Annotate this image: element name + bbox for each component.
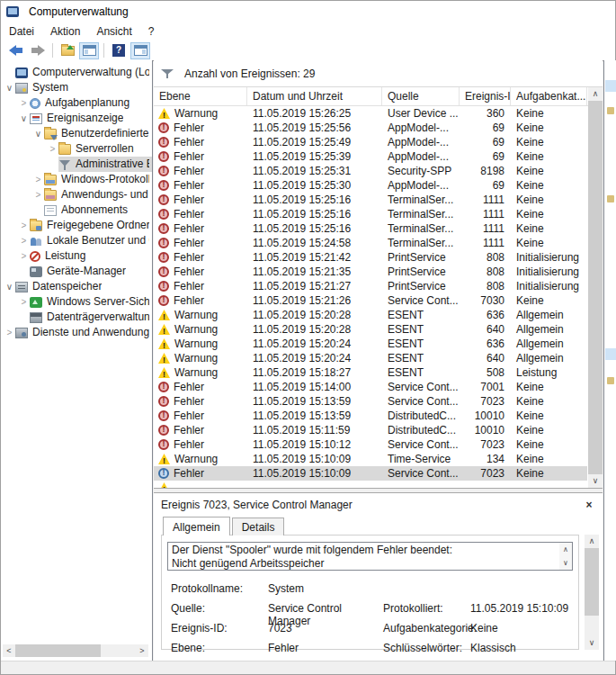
event-row[interactable]: Warnung 11.05.2019 15:10:09 Time-Service…: [154, 452, 587, 466]
event-row[interactable]: Fehler 11.05.2019 15:14:00 Service Cont.…: [154, 380, 587, 394]
scroll-down-icon[interactable]: ∨: [588, 474, 603, 488]
tree-item[interactable]: Computerverwaltung (Lokal): [1, 65, 152, 80]
event-row[interactable]: Fehler 11.05.2019 15:25:56 AppModel-... …: [154, 121, 587, 135]
event-row[interactable]: Warnung 11.05.2019 15:20:24 ESENT 636 Al…: [154, 337, 587, 351]
event-row[interactable]: Fehler 11.05.2019 15:25:16 TerminalSer..…: [154, 207, 587, 221]
event-message-box[interactable]: Der Dienst "Spooler" wurde mit folgendem…: [167, 542, 573, 571]
error-icon: [158, 209, 169, 220]
event-row[interactable]: Fehler 11.05.2019 15:21:26 Service Cont.…: [154, 293, 587, 308]
expander-icon[interactable]: ∨: [18, 111, 30, 126]
tab-details[interactable]: Details: [232, 518, 285, 536]
menu-help[interactable]: ?: [140, 23, 163, 40]
tree-item[interactable]: > Anwendungs- und D: [1, 187, 152, 202]
scroll-right-icon[interactable]: >: [136, 644, 148, 657]
event-row[interactable]: Fehler 11.05.2019 15:25:39 AppModel-... …: [154, 149, 587, 164]
help-button[interactable]: ?: [109, 42, 129, 59]
scrollbar-thumb[interactable]: [15, 644, 101, 657]
scroll-left-icon[interactable]: <: [3, 644, 15, 657]
actions-pane-fragment: [607, 195, 614, 202]
field-label: Quelle:: [167, 602, 268, 622]
event-row[interactable]: Warnung 11.05.2019 15:20:24 ESENT 640 Al…: [154, 351, 587, 365]
scroll-down-icon[interactable]: ∨: [585, 636, 599, 650]
system-icon: [15, 83, 28, 94]
event-row[interactable]: Fehler 11.05.2019 15:25:16 TerminalSer..…: [154, 193, 587, 207]
event-row[interactable]: Fehler 11.05.2019 15:10:09 Service Cont.…: [154, 466, 587, 481]
event-row[interactable]: Fehler 11.05.2019 15:25:49 AppModel-... …: [154, 135, 587, 149]
event-row[interactable]: [154, 481, 587, 488]
tree-item[interactable]: ∨ System: [1, 80, 152, 95]
tree-item[interactable]: Administrative E: [1, 157, 152, 172]
expander-icon[interactable]: ∨: [4, 279, 15, 294]
event-row[interactable]: Warnung 11.05.2019 15:26:25 User Device …: [154, 106, 587, 121]
expander-icon[interactable]: >: [18, 95, 30, 111]
event-row[interactable]: Fehler 11.05.2019 15:25:30 AppModel-... …: [154, 178, 587, 193]
tree-item[interactable]: Datenträgerverwaltung: [1, 310, 152, 325]
tree-item[interactable]: > Lokale Benutzer und Gr: [1, 233, 152, 248]
close-icon[interactable]: ×: [583, 499, 595, 511]
event-row[interactable]: Fehler 11.05.2019 15:25:16 TerminalSer..…: [154, 221, 587, 236]
event-message-line: Nicht genügend Arbeitsspeicher: [172, 557, 558, 571]
details-vertical-scrollbar[interactable]: ∧ ∨: [585, 535, 599, 650]
event-row[interactable]: Fehler 11.05.2019 15:13:59 DistributedC.…: [154, 409, 587, 423]
tree-item[interactable]: > Dienste und Anwendungen: [1, 325, 152, 340]
column-header-level[interactable]: Ebene: [154, 87, 247, 105]
event-row[interactable]: Warnung 11.05.2019 15:20:28 ESENT 640 Al…: [154, 322, 587, 337]
event-row[interactable]: Fehler 11.05.2019 15:13:59 Service Cont.…: [154, 394, 587, 409]
column-header-category[interactable]: Aufgabenkat...: [511, 87, 587, 105]
scroll-up-icon[interactable]: ∧: [585, 535, 599, 548]
warning-icon: [158, 324, 170, 335]
event-row[interactable]: Fehler 11.05.2019 15:10:12 Service Cont.…: [154, 437, 587, 452]
event-row[interactable]: Fehler 11.05.2019 15:21:27 PrintService …: [154, 279, 587, 293]
tree-item[interactable]: > Aufgabenplanung: [1, 95, 152, 111]
expander-icon[interactable]: >: [18, 218, 30, 233]
scrollbar-thumb[interactable]: [588, 101, 603, 474]
expander-icon[interactable]: ∨: [32, 126, 44, 141]
menu-aktion[interactable]: Aktion: [42, 23, 88, 40]
tree-item[interactable]: > Freigegebene Ordner: [1, 218, 152, 233]
scroll-up-icon[interactable]: ∧: [559, 543, 572, 556]
tree-item[interactable]: > Windows-Protokolle: [1, 172, 152, 187]
menu-ansicht[interactable]: Ansicht: [88, 23, 139, 40]
tab-allgemein[interactable]: Allgemein: [163, 517, 230, 536]
show-action-pane-button[interactable]: [130, 42, 150, 59]
scroll-down-icon[interactable]: ∨: [559, 556, 572, 570]
column-header-datetime[interactable]: Datum und Uhrzeit: [247, 87, 382, 105]
tree-item[interactable]: > Serverrollen: [1, 141, 152, 157]
show-console-tree-button[interactable]: [79, 42, 99, 59]
tree-item[interactable]: Abonnements: [1, 202, 152, 218]
back-button[interactable]: [6, 42, 26, 59]
event-row[interactable]: Fehler 11.05.2019 15:24:58 TerminalSer..…: [154, 236, 587, 250]
tree-item[interactable]: ∨ Datenspeicher: [1, 279, 152, 294]
expander-icon[interactable]: >: [18, 294, 30, 310]
tree-horizontal-scrollbar[interactable]: < >: [3, 644, 148, 657]
expander-icon[interactable]: >: [47, 141, 58, 157]
tree-item[interactable]: > Windows Server-Sicheru: [1, 294, 152, 310]
expander-icon[interactable]: >: [32, 172, 44, 187]
expander-icon[interactable]: ∨: [4, 80, 15, 95]
list-vertical-scrollbar[interactable]: ∧ ∨: [588, 87, 603, 488]
field-label: Ebene:: [167, 642, 268, 662]
column-header-source[interactable]: Quelle: [382, 87, 460, 105]
tree-item[interactable]: Geräte-Manager: [1, 264, 152, 279]
tree-item[interactable]: ∨ Benutzerdefinierte A: [1, 126, 152, 141]
message-scrollbar[interactable]: ∧ ∨: [559, 543, 572, 570]
event-row[interactable]: Fehler 11.05.2019 15:11:59 DistributedC.…: [154, 423, 587, 437]
event-row[interactable]: Fehler 11.05.2019 15:25:31 Security-SPP …: [154, 164, 587, 178]
expander-icon[interactable]: >: [18, 233, 30, 248]
export-list-button[interactable]: [58, 42, 77, 59]
scrollbar-thumb[interactable]: [585, 548, 599, 616]
event-row[interactable]: Fehler 11.05.2019 15:21:35 PrintService …: [154, 265, 587, 279]
event-row[interactable]: Warnung 11.05.2019 15:20:28 ESENT 636 Al…: [154, 308, 587, 322]
forward-button[interactable]: [28, 42, 48, 59]
menu-datei[interactable]: Datei: [1, 23, 42, 40]
expander-icon[interactable]: >: [32, 187, 44, 202]
field-value: 11.05.2019 15:10:09: [470, 602, 573, 622]
column-header-eventid[interactable]: Ereignis-ID: [460, 87, 511, 105]
expander-icon[interactable]: >: [4, 325, 15, 340]
event-row[interactable]: Fehler 11.05.2019 15:21:42 PrintService …: [154, 250, 587, 265]
expander-icon[interactable]: >: [18, 248, 30, 264]
scroll-up-icon[interactable]: ∧: [588, 87, 603, 101]
tree-item[interactable]: > Leistung: [1, 248, 152, 264]
tree-item[interactable]: ∨ Ereignisanzeige: [1, 111, 152, 126]
event-row[interactable]: Warnung 11.05.2019 15:18:27 ESENT 508 Le…: [154, 365, 587, 380]
